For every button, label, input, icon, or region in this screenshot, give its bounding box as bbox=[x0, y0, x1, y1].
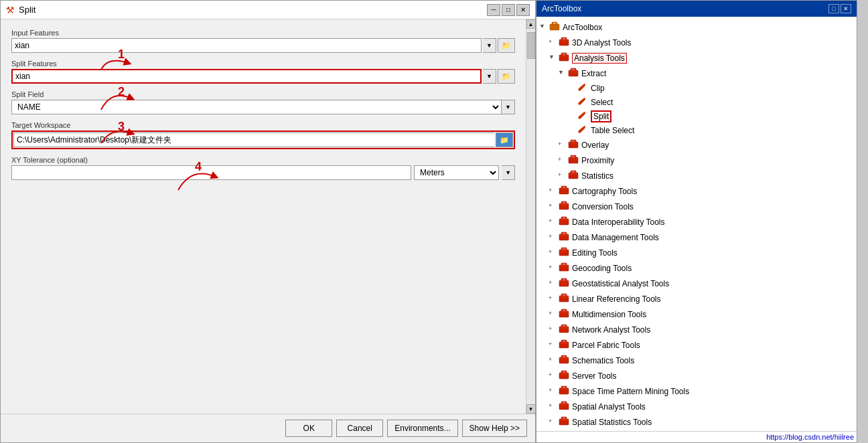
tree-expand-icon[interactable]: + bbox=[558, 141, 567, 150]
tree-item[interactable]: + Space Time Pattern Mining Tools bbox=[536, 383, 857, 399]
tree-item[interactable]: + Data Interoperability Tools bbox=[536, 214, 857, 230]
red-icon bbox=[558, 215, 570, 228]
tree-item[interactable]: + Multidimension Tools bbox=[536, 306, 857, 322]
tree-item-label: Select bbox=[591, 98, 613, 107]
tree-expand-icon[interactable] bbox=[567, 98, 577, 107]
xy-tolerance-input[interactable] bbox=[11, 165, 411, 180]
tree-expand-icon[interactable]: ▼ bbox=[539, 23, 549, 32]
scrollbar-down[interactable]: ▼ bbox=[526, 404, 536, 414]
tree-expand-icon[interactable]: + bbox=[549, 187, 558, 196]
tree-item[interactable]: + Overlay bbox=[536, 137, 857, 153]
dialog-footer: OK Cancel Environments... Show Help >> bbox=[1, 414, 535, 442]
tree-expand-icon[interactable]: ▼ bbox=[549, 54, 558, 63]
split-features-input[interactable] bbox=[11, 69, 482, 84]
close-button[interactable]: ✕ bbox=[516, 4, 530, 16]
tree-expand-icon[interactable]: + bbox=[549, 233, 558, 242]
tree-item[interactable]: + 3D Analyst Tools bbox=[536, 35, 857, 50]
xy-unit-dropdown[interactable]: ▼ bbox=[502, 165, 515, 180]
ok-button[interactable]: OK bbox=[285, 420, 332, 437]
scrollbar-up[interactable]: ▲ bbox=[526, 19, 536, 29]
svg-rect-22 bbox=[569, 142, 578, 144]
tree-expand-icon[interactable]: + bbox=[549, 38, 558, 48]
tree-item[interactable]: + Server Tools bbox=[536, 368, 857, 383]
toolbox-minimize-btn[interactable]: □ bbox=[828, 4, 839, 13]
tree-expand-icon[interactable]: + bbox=[549, 371, 558, 381]
tree-item[interactable]: + Network Analyst Tools bbox=[536, 322, 857, 337]
toolbox-close-btn[interactable]: ✕ bbox=[841, 4, 851, 13]
tree-item[interactable]: + Data Management Tools bbox=[536, 230, 857, 245]
tree-item[interactable]: ▼ArcToolbox bbox=[536, 19, 857, 35]
arctoolbox-titlebar: ArcToolbox □ ✕ bbox=[536, 1, 857, 17]
target-workspace-label: Target Workspace bbox=[11, 121, 515, 129]
scrollbar-thumb[interactable] bbox=[527, 32, 535, 59]
tree-item[interactable]: + Spatial Analyst Tools bbox=[536, 399, 857, 414]
tree-expand-icon[interactable] bbox=[567, 112, 577, 121]
show-help-button[interactable]: Show Help >> bbox=[462, 420, 527, 437]
tree-expand-icon[interactable]: + bbox=[549, 294, 558, 304]
red-icon bbox=[558, 308, 570, 321]
tree-item-label: Server Tools bbox=[572, 371, 616, 381]
target-workspace-input[interactable] bbox=[13, 132, 494, 147]
minimize-button[interactable]: ─ bbox=[487, 4, 500, 16]
tree-item-label: Proximity bbox=[581, 156, 614, 165]
tree-expand-icon[interactable]: + bbox=[549, 264, 558, 273]
red-icon bbox=[558, 277, 570, 290]
tree-expand-icon[interactable]: + bbox=[549, 310, 558, 319]
input-features-dropdown[interactable]: ▼ bbox=[483, 38, 496, 53]
dialog-scrollbar[interactable]: ▲ ▼ bbox=[526, 19, 535, 414]
input-features-input[interactable] bbox=[11, 38, 482, 53]
tree-item[interactable]: + Geocoding Tools bbox=[536, 260, 857, 276]
tree-item-label: Linear Referencing Tools bbox=[572, 294, 661, 304]
tree-item[interactable]: + Cartography Tools bbox=[536, 183, 857, 199]
tree-item[interactable]: + Proximity bbox=[536, 153, 857, 168]
xy-unit-select[interactable]: Meters bbox=[414, 165, 499, 180]
tree-expand-icon[interactable]: + bbox=[549, 325, 558, 335]
tree-item[interactable]: + Parcel Fabric Tools bbox=[536, 337, 857, 353]
split-field-dropdown[interactable]: ▼ bbox=[502, 100, 515, 114]
tree-expand-icon[interactable]: + bbox=[558, 156, 567, 165]
split-field-select[interactable]: NAME bbox=[11, 100, 502, 114]
svg-rect-70 bbox=[559, 327, 569, 329]
svg-rect-86 bbox=[559, 388, 569, 390]
split-features-group: Split Features ▼ 📁 bbox=[11, 60, 515, 84]
tree-expand-icon[interactable]: ▼ bbox=[558, 69, 567, 78]
input-features-group: Input Features ▼ 📁 bbox=[11, 29, 515, 53]
tree-item[interactable]: + Schematics Tools bbox=[536, 353, 857, 368]
tree-item[interactable]: + Conversion Tools bbox=[536, 199, 857, 214]
split-features-browse[interactable]: 📁 bbox=[498, 69, 515, 84]
tree-expand-icon[interactable]: + bbox=[549, 217, 558, 227]
tree-item-label: Spatial Analyst Tools bbox=[572, 402, 646, 412]
target-workspace-browse[interactable]: 📁 bbox=[496, 132, 513, 147]
tree-expand-icon[interactable]: + bbox=[549, 402, 558, 412]
tree-item[interactable]: + Statistics bbox=[536, 168, 857, 183]
svg-rect-6 bbox=[559, 39, 569, 41]
tree-expand-icon[interactable]: + bbox=[549, 341, 558, 350]
tree-expand-icon[interactable]: + bbox=[549, 418, 558, 427]
tree-item[interactable]: + Geostatistical Analyst Tools bbox=[536, 276, 857, 291]
tree-item[interactable]: ▼ Analysis Tools bbox=[536, 50, 857, 66]
tree-expand-icon[interactable] bbox=[567, 126, 577, 135]
wrench-icon bbox=[577, 124, 589, 136]
tree-expand-icon[interactable]: + bbox=[549, 248, 558, 258]
tree-expand-icon[interactable]: + bbox=[549, 356, 558, 365]
tree-item[interactable]: Clip bbox=[536, 81, 857, 95]
tree-item[interactable]: Table Select bbox=[536, 123, 857, 137]
target-workspace-group: Target Workspace 📁 bbox=[11, 121, 515, 149]
tree-expand-icon[interactable]: + bbox=[549, 279, 558, 288]
cancel-button[interactable]: Cancel bbox=[336, 420, 383, 437]
tree-expand-icon[interactable]: + bbox=[549, 387, 558, 396]
split-features-dropdown[interactable]: ▼ bbox=[483, 69, 496, 84]
wrench-icon bbox=[577, 110, 589, 122]
input-features-browse[interactable]: 📁 bbox=[498, 38, 515, 53]
tree-item[interactable]: + Spatial Statistics Tools bbox=[536, 414, 857, 430]
tree-item[interactable]: + Editing Tools bbox=[536, 245, 857, 260]
environments-button[interactable]: Environments... bbox=[387, 420, 457, 437]
tree-expand-icon[interactable]: + bbox=[558, 171, 567, 181]
maximize-button[interactable]: □ bbox=[502, 4, 515, 16]
tree-item[interactable]: + Linear Referencing Tools bbox=[536, 291, 857, 306]
tree-expand-icon[interactable]: + bbox=[549, 202, 558, 211]
tree-item[interactable]: Select bbox=[536, 95, 857, 109]
tree-expand-icon[interactable] bbox=[567, 84, 577, 93]
tree-item[interactable]: ▼ Extract bbox=[536, 66, 857, 81]
tree-item[interactable]: Split bbox=[536, 109, 857, 123]
